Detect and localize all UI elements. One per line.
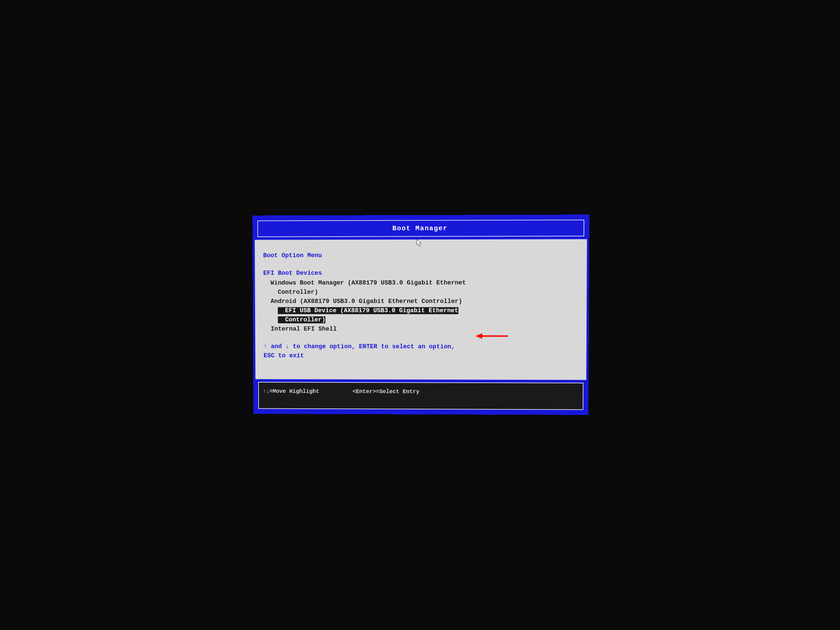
boot-item-efi-usb-label: EFI USB Device (AX88179 USB3.0 Gigabit E…	[278, 307, 458, 324]
boot-items: Windows Boot Manager (AX88179 USB3.0 Gig…	[263, 278, 481, 334]
boot-item-efi-usb[interactable]: EFI USB Device (AX88179 USB3.0 Gigabit E…	[270, 306, 481, 325]
footer-bar: ↑↓=Move Highlight <Enter>=Select Entry	[255, 379, 586, 413]
bios-boot-manager: Boot Manager Boot Option Menu EFI Boot D…	[252, 215, 589, 415]
footer-inner: ↑↓=Move Highlight <Enter>=Select Entry	[258, 382, 583, 410]
footer-select-hint: <Enter>=Select Entry	[352, 388, 420, 395]
boot-item-efi-shell[interactable]: Internal EFI Shell	[271, 325, 481, 334]
menu-title: Boot Option Menu	[263, 251, 578, 261]
header-bar: Boot Manager	[254, 217, 587, 240]
footer-move-hint: ↑↓=Move Highlight	[263, 388, 319, 395]
boot-item-windows[interactable]: Windows Boot Manager (AX88179 USB3.0 Gig…	[270, 278, 481, 297]
section-title: EFI Boot Devices	[263, 268, 578, 278]
help-text: ↑ and ↓ to change option, ENTER to selec…	[264, 342, 459, 361]
boot-item-android[interactable]: Android (AX88179 USB3.0 Gigabit Ethernet…	[270, 297, 481, 306]
content-area: Boot Option Menu EFI Boot Devices Window…	[255, 239, 587, 380]
header-inner: Boot Manager	[257, 219, 584, 237]
footer-text: ↑↓=Move Highlight <Enter>=Select Entry	[263, 388, 579, 395]
header-title: Boot Manager	[262, 224, 579, 233]
